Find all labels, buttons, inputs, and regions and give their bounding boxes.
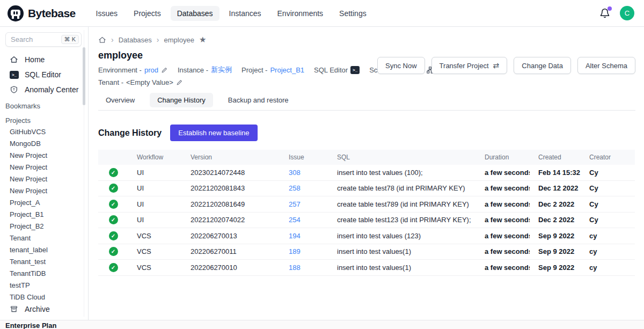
table-header-row: WorkflowVersionIssueSQLDurationCreatedCr… <box>98 150 635 165</box>
table-body: ✓UI20230214072448308insert into test val… <box>98 165 635 276</box>
creator-cell-text: Cy <box>589 216 598 224</box>
sql-cell: insert into test values(1) <box>328 247 476 255</box>
transfer-project-button[interactable]: Transfer Project⇄ <box>431 57 508 74</box>
sidebar-project-mongodb[interactable]: MongoDB <box>0 138 88 150</box>
brand[interactable]: Bytebase <box>8 5 76 21</box>
plan-label: Enterprise Plan <box>5 321 56 329</box>
sidebar-project-new-project[interactable]: New Project <box>0 173 88 185</box>
tab-change-history[interactable]: Change History <box>150 93 213 107</box>
pen-icon[interactable] <box>161 67 168 74</box>
breadcrumb-databases[interactable]: Databases <box>119 36 152 44</box>
database-actions: Sync NowTransfer Project⇄Change DataAlte… <box>377 57 635 74</box>
tab-backup-and-restore[interactable]: Backup and restore <box>221 93 296 107</box>
issue-link[interactable]: 254 <box>289 216 301 224</box>
tab-overview[interactable]: Overview <box>98 93 142 107</box>
nav-item-instances[interactable]: Instances <box>223 6 268 21</box>
nav-item-settings[interactable]: Settings <box>333 6 373 21</box>
table-row[interactable]: ✓UI20221202081649257create table test789… <box>98 196 635 213</box>
sidebar-project-tenant-test[interactable]: Tenant_test <box>0 256 88 268</box>
issue-link[interactable]: 308 <box>289 169 301 177</box>
sidebar-project-tenanttidb[interactable]: TenantTiDB <box>0 268 88 280</box>
sidebar-project-new-project[interactable]: New Project <box>0 185 88 197</box>
home-icon[interactable] <box>98 36 106 44</box>
success-check-icon: ✓ <box>109 200 118 209</box>
sidebar-project-new-project[interactable]: New Project <box>0 162 88 173</box>
workflow-cell: VCS <box>128 247 182 255</box>
success-check-icon: ✓ <box>109 247 118 256</box>
establish-baseline-button[interactable]: Establish new baseline <box>170 125 257 141</box>
issue-link[interactable]: 258 <box>289 184 301 192</box>
tab-bar: OverviewChange HistoryBackup and restore <box>98 93 635 111</box>
creator-cell-text: cy <box>589 232 597 240</box>
nav-item-databases[interactable]: Databases <box>171 6 219 21</box>
table-row[interactable]: ✓UI20230214072448308insert into test val… <box>98 165 635 181</box>
sidebar-project-testtp[interactable]: testTP <box>0 280 88 291</box>
meta-environment: Environment -prod <box>98 66 168 74</box>
duration-cell-text: a few seconds <box>485 169 530 177</box>
chevron-right-icon: › <box>111 35 114 44</box>
workflow-cell-text: UI <box>137 200 144 208</box>
table-row[interactable]: ✓UI20221202081843258create table test78 … <box>98 181 635 197</box>
issue-cell[interactable]: 188 <box>280 264 328 272</box>
workflow-cell: VCS <box>128 232 182 240</box>
bookmark-star-icon[interactable]: ★ <box>199 35 206 45</box>
sidebar-project-project-b1[interactable]: Project_B1 <box>0 209 88 221</box>
pencil-icon[interactable] <box>176 79 183 86</box>
version-cell-text: 20221202081843 <box>191 184 245 192</box>
issue-cell[interactable]: 254 <box>280 216 328 224</box>
column-header-issue: Issue <box>280 153 328 161</box>
terminal-icon: >_ <box>10 71 19 79</box>
meta-link-project-b1[interactable]: Project_B1 <box>270 66 304 74</box>
issue-cell[interactable]: 194 <box>280 232 328 240</box>
alter-schema-button[interactable]: Alter Schema <box>577 57 635 74</box>
sql-cell-text: insert into test values(1) <box>337 264 411 272</box>
table-row[interactable]: ✓VCS202206270010188insert into test valu… <box>98 260 635 276</box>
meta-link-item[interactable]: 新实例 <box>211 65 232 75</box>
sidebar-item-sql-editor[interactable]: >_SQL Editor <box>0 67 88 82</box>
issue-link[interactable]: 194 <box>289 232 301 240</box>
creator-cell: cy <box>581 247 635 255</box>
duration-cell-text: a few seconds <box>485 264 530 272</box>
sidebar-project-githubvcs[interactable]: GitHubVCS <box>0 126 88 138</box>
search-input[interactable] <box>11 35 57 43</box>
created-cell: Sep 9 2022 <box>530 232 581 240</box>
table-row[interactable]: ✓VCS202206270011189insert into test valu… <box>98 244 635 260</box>
issue-cell[interactable]: 258 <box>280 184 328 192</box>
sidebar-project-project-b2[interactable]: Project_B2 <box>0 221 88 232</box>
meta-sql-editor: SQL Editor>_ <box>314 66 360 74</box>
meta-link-prod[interactable]: prod <box>144 66 158 74</box>
nav-item-projects[interactable]: Projects <box>127 6 167 21</box>
created-cell-text: Sep 9 2022 <box>538 264 574 272</box>
breadcrumb-employee[interactable]: employee <box>164 36 194 44</box>
workflow-cell: VCS <box>128 264 182 272</box>
table-row[interactable]: ✓VCS202206270013194insert into test valu… <box>98 228 635 244</box>
issue-cell[interactable]: 308 <box>280 169 328 177</box>
issue-link[interactable]: 189 <box>289 247 301 255</box>
table-row[interactable]: ✓UI20221202074022254create table test123… <box>98 213 635 229</box>
issue-cell[interactable]: 257 <box>280 200 328 208</box>
status-cell: ✓ <box>98 231 128 240</box>
nav-item-environments[interactable]: Environments <box>271 6 330 21</box>
issue-link[interactable]: 257 <box>289 200 301 208</box>
sidebar-project-new-project[interactable]: New Project <box>0 150 88 162</box>
issue-cell[interactable]: 189 <box>280 247 328 255</box>
sidebar-scrollbar-thumb[interactable] <box>83 47 85 105</box>
avatar[interactable]: C <box>620 6 634 20</box>
sidebar-item-archive[interactable]: Archive <box>0 302 88 317</box>
database-meta-line2: Tenant - <Empty Value> <box>98 78 635 86</box>
workflow-cell-text: UI <box>137 216 144 224</box>
sidebar-item-anomaly-center[interactable]: Anomaly Center <box>0 82 88 97</box>
search-box[interactable]: ⌘ K <box>5 32 82 47</box>
sidebar-project-tenant-label[interactable]: tenant_label <box>0 244 88 256</box>
project-list: GitHubVCSMongoDBNew ProjectNew ProjectNe… <box>0 126 88 303</box>
change-data-button[interactable]: Change Data <box>514 57 571 74</box>
sidebar-project-project-a[interactable]: Project_A <box>0 197 88 209</box>
nav-item-issues[interactable]: Issues <box>90 6 124 21</box>
sidebar-project-tenant[interactable]: Tenant <box>0 232 88 244</box>
sql-cell-text: insert into test values (123) <box>337 232 421 240</box>
issue-link[interactable]: 188 <box>289 264 301 272</box>
sidebar-item-home[interactable]: Home <box>0 52 88 67</box>
sync-now-button[interactable]: Sync Now <box>377 57 425 74</box>
notification-bell-icon[interactable] <box>599 8 610 19</box>
column-header-workflow: Workflow <box>128 153 182 161</box>
